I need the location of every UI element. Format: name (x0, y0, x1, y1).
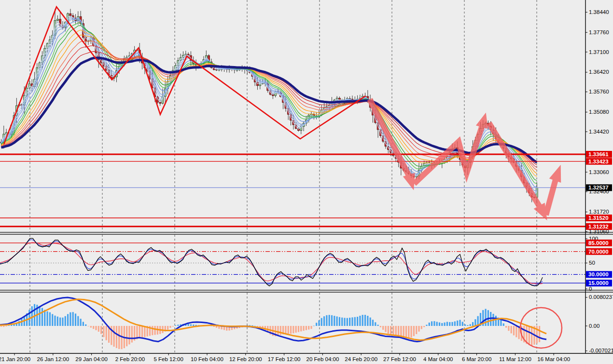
macd-bar (529, 326, 530, 345)
macd-tick--0.007021: -0.007021 (589, 348, 613, 353)
macd-bar (398, 326, 399, 337)
date-label: 2 Feb 20:00 (115, 356, 145, 362)
date-label: 27 Feb 12:00 (383, 356, 416, 362)
macd-bar (329, 315, 330, 326)
date-label: 21 Jan 20:00 (0, 356, 30, 362)
macd-bar (321, 318, 322, 326)
date-label: 17 Feb 12:00 (268, 356, 301, 362)
price-badge-1.32537: 1.32537 (588, 185, 609, 190)
macd-bar (336, 316, 338, 326)
macd-bar (288, 326, 289, 334)
macd-bar (83, 322, 84, 326)
macd-bar (462, 322, 463, 326)
macd-bar (421, 326, 422, 329)
candle-body (259, 84, 261, 86)
macd-bar (67, 314, 69, 326)
macd-bar (52, 314, 53, 326)
macd-bar (367, 316, 368, 326)
macd-bar (326, 315, 327, 326)
macd-bar (70, 312, 71, 326)
macd-bar (310, 326, 312, 329)
macd-bar (359, 316, 361, 326)
trading-chart-window[interactable]: 1.384401.377601.371001.364201.357601.350… (0, 0, 613, 364)
price-tick-1.37760: 1.37760 (589, 29, 609, 35)
macd-bar (351, 317, 353, 326)
macd-bar (515, 326, 517, 337)
macd-bar (323, 316, 325, 326)
macd-bar (290, 326, 292, 334)
date-label: 20 Feb 04:00 (306, 356, 339, 362)
date-label: 24 Feb 20:00 (345, 356, 377, 362)
macd-bar (375, 322, 376, 326)
price-badge-1.31232: 1.31232 (588, 224, 609, 229)
macd-bar (449, 322, 450, 326)
macd-bar (474, 319, 476, 326)
osc-badge-15: 15.0000 (588, 280, 609, 286)
macd-bar (95, 326, 97, 330)
macd-bar (439, 323, 440, 326)
macd-tick-0.00: 0.00 (589, 323, 599, 329)
date-label: 6 Mar 20:00 (462, 356, 491, 362)
macd-bar (470, 324, 471, 326)
macd-bar (344, 318, 345, 326)
macd-bar (382, 326, 384, 330)
macd-bar (405, 326, 407, 338)
macd-bar (341, 318, 343, 326)
macd-bar (364, 315, 366, 326)
price-tick-1.36420: 1.36420 (589, 69, 609, 75)
price-badge-1.33661: 1.33661 (588, 151, 609, 157)
macd-bar (347, 318, 348, 326)
macd-bar (339, 317, 340, 326)
macd-bar (513, 326, 515, 336)
macd-bar (334, 316, 335, 326)
price-tick-1.37100: 1.37100 (589, 49, 609, 55)
macd-bar (131, 326, 133, 342)
macd-bar (34, 304, 35, 326)
macd-bar (418, 326, 419, 332)
macd-bar (303, 326, 304, 331)
macd-bar (495, 316, 497, 326)
price-badge-1.31520: 1.31520 (588, 215, 609, 221)
macd-bar (380, 326, 381, 327)
price-tick-1.31720: 1.31720 (589, 209, 609, 215)
price-tick-1.38440: 1.38440 (589, 9, 609, 15)
macd-bar (257, 326, 258, 326)
macd-bar (318, 320, 320, 326)
macd-bar (539, 326, 540, 342)
macd-bar (457, 321, 458, 326)
candle-body (216, 69, 218, 70)
macd-bar (3, 326, 4, 327)
macd-bar (500, 320, 502, 326)
price-tick-1.34420: 1.34420 (589, 129, 609, 135)
macd-bar (388, 326, 389, 334)
macd-bar (175, 325, 176, 326)
macd-bar (505, 326, 507, 328)
macd-bar (472, 322, 474, 326)
macd-bar (508, 326, 509, 331)
macd-bar (285, 326, 286, 334)
macd-bar (80, 319, 82, 326)
osc-tick-50: 50 (589, 260, 595, 266)
macd-bar (306, 326, 307, 330)
macd-bar (57, 317, 58, 326)
macd-bar (254, 326, 256, 326)
macd-bar (331, 315, 333, 326)
macd-bar (49, 312, 51, 326)
macd-bar (6, 326, 7, 326)
chart-canvas[interactable]: 1.384401.377601.371001.364201.357601.350… (0, 0, 613, 364)
macd-bar (408, 326, 409, 338)
macd-bar (444, 323, 446, 326)
macd-bar (485, 309, 486, 326)
macd-bar (59, 318, 61, 326)
osc-badge-70: 70.0000 (588, 249, 609, 255)
macd-bar (177, 324, 179, 326)
macd-bar (511, 326, 512, 333)
macd-bar (188, 324, 189, 326)
macd-bar (251, 325, 253, 326)
macd-bar (144, 326, 145, 337)
macd-bar (152, 326, 153, 335)
macd-bar (126, 326, 127, 346)
macd-bar (416, 326, 417, 334)
macd-bar (169, 326, 171, 328)
date-label: 10 Feb 04:00 (191, 356, 223, 362)
